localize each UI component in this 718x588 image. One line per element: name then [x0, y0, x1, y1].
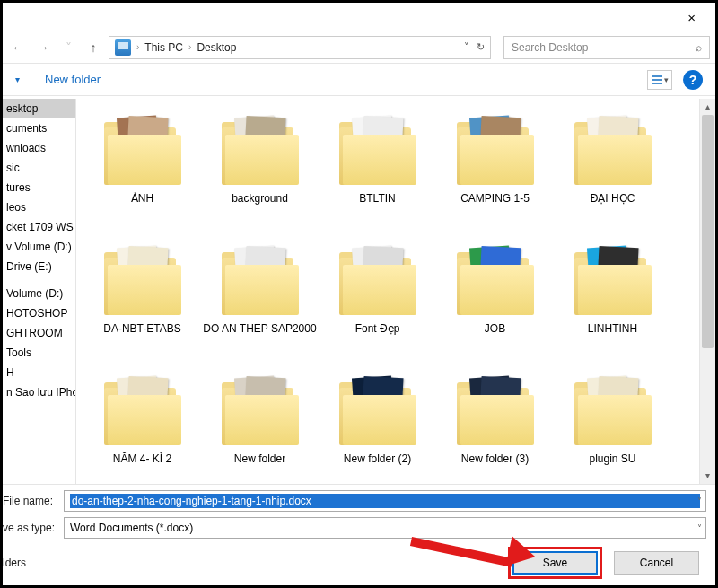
folder-label: New folder (3)	[461, 452, 529, 465]
sidebar-item[interactable]: tures	[3, 178, 75, 197]
scrollbar[interactable]: ▴ ▾	[699, 99, 715, 484]
sidebar: esktopcumentswnloadssicturesleoscket 170…	[3, 99, 76, 484]
save-dialog: × ← → ˅ ↑ › This PC › Desktop ˅ ↻ Search…	[0, 0, 718, 588]
scroll-down-icon[interactable]: ▾	[700, 468, 715, 484]
folder-item[interactable]: DA-NBT-ETABS	[83, 236, 201, 366]
filename-label: File name:	[3, 495, 64, 507]
sidebar-item[interactable]	[3, 276, 75, 284]
folder-label: DO AN THEP SAP2000	[203, 322, 316, 335]
view-options-button[interactable]: ▾	[647, 70, 672, 90]
close-icon[interactable]: ×	[675, 6, 708, 29]
folder-label: NĂM 4- KÌ 2	[113, 452, 171, 465]
navbar: ← → ˅ ↑ › This PC › Desktop ˅ ↻ Search D…	[3, 31, 715, 64]
sidebar-item[interactable]: Tools	[3, 343, 75, 363]
folder-label: JOB	[485, 322, 505, 335]
sidebar-item[interactable]: Drive (E:)	[3, 257, 75, 276]
folder-item[interactable]: NĂM 4- KÌ 2	[83, 366, 201, 484]
folder-label: CAMPING 1-5	[460, 192, 530, 205]
sidebar-item[interactable]: v Volume (D:)	[3, 237, 75, 257]
folder-icon	[457, 122, 534, 185]
folder-icon	[222, 122, 299, 185]
refresh-icon[interactable]: ↻	[477, 41, 485, 53]
back-icon[interactable]: ←	[8, 40, 28, 55]
folder-item[interactable]: New folder (2)	[319, 366, 436, 484]
folder-item[interactable]: New folder (3)	[436, 366, 554, 484]
folder-label: New folder	[234, 452, 285, 465]
scroll-thumb[interactable]	[702, 115, 714, 348]
folder-icon	[339, 122, 416, 185]
folder-icon	[104, 252, 181, 315]
up-icon[interactable]: ↑	[83, 40, 103, 55]
sidebar-item[interactable]: H	[3, 363, 75, 382]
chevron-right-icon: ›	[135, 42, 141, 52]
folder-icon	[457, 382, 534, 445]
breadcrumb-leaf[interactable]: Desktop	[197, 41, 236, 54]
folder-label: BTLTIN	[359, 192, 395, 205]
folder-item[interactable]: LINHTINH	[554, 236, 671, 366]
sidebar-item[interactable]: HOTOSHOP	[3, 303, 75, 323]
folder-label: background	[232, 192, 288, 205]
folder-icon	[104, 122, 181, 185]
sidebar-item[interactable]: n Sao lưu IPho	[3, 382, 75, 402]
search-input[interactable]: Search Desktop ⌕	[503, 36, 710, 59]
folder-item[interactable]: New folder	[201, 366, 319, 484]
folder-item[interactable]: background	[201, 106, 319, 236]
address-bar[interactable]: › This PC › Desktop ˅ ↻	[109, 36, 491, 59]
pc-icon	[115, 39, 131, 56]
titlebar: ×	[3, 3, 715, 31]
chevron-down-icon[interactable]: ˅	[697, 523, 702, 533]
chevron-right-icon: ›	[187, 42, 193, 52]
folder-item[interactable]: CAMPING 1-5	[436, 106, 554, 236]
folder-label: plugin SU	[589, 452, 635, 465]
search-placeholder: Search Desktop	[512, 41, 588, 54]
save-as-type-value: Word Documents (*.docx)	[70, 522, 193, 534]
sidebar-item[interactable]: leos	[3, 197, 75, 217]
folder-item[interactable]: ẢNH	[83, 106, 201, 236]
folder-label: DA-NBT-ETABS	[103, 322, 180, 335]
sidebar-item[interactable]: cuments	[3, 118, 75, 138]
toolbar: ▾ New folder ▾ ?	[3, 64, 715, 96]
sidebar-item[interactable]: GHTROOM	[3, 323, 75, 343]
folder-grid: ẢNHbackgroundBTLTINCAMPING 1-5ĐẠI HỌCDA-…	[76, 99, 715, 484]
sidebar-item[interactable]: Volume (D:)	[3, 284, 75, 303]
folder-icon	[457, 252, 534, 315]
folder-item[interactable]: ĐẠI HỌC	[554, 106, 671, 236]
save-as-type-select[interactable]: Word Documents (*.docx) ˅	[64, 517, 706, 539]
folder-label: ẢNH	[131, 192, 153, 205]
sidebar-item[interactable]: esktop	[3, 99, 75, 118]
folder-icon	[339, 382, 416, 445]
sidebar-item[interactable]: sic	[3, 158, 75, 178]
folder-item[interactable]: DO AN THEP SAP2000	[201, 236, 319, 366]
scroll-up-icon[interactable]: ▴	[700, 99, 715, 115]
folder-label: New folder (2)	[344, 452, 411, 465]
folder-icon	[339, 252, 416, 315]
organize-chevron-icon[interactable]: ▾	[15, 75, 20, 84]
folder-icon	[222, 252, 299, 315]
folder-icon	[574, 382, 652, 445]
folder-item[interactable]: Font Đẹp	[319, 236, 436, 366]
folder-item[interactable]: BTLTIN	[319, 106, 436, 236]
folder-label: LINHTINH	[588, 322, 637, 335]
address-dropdown-icon[interactable]: ˅	[464, 41, 469, 53]
cancel-button[interactable]: Cancel	[614, 551, 699, 575]
folder-icon	[222, 382, 299, 445]
folder-label: ĐẠI HỌC	[591, 192, 635, 205]
save-as-type-label: ve as type:	[3, 522, 64, 534]
search-icon: ⌕	[696, 41, 702, 54]
help-icon[interactable]: ?	[683, 70, 703, 90]
folder-item[interactable]: JOB	[436, 236, 554, 366]
sidebar-item[interactable]: cket 1709 WS	[3, 217, 75, 237]
folder-icon	[574, 252, 652, 315]
filename-input[interactable]: ˅	[64, 490, 706, 512]
hide-folders-toggle[interactable]: lders	[3, 557, 26, 569]
save-button[interactable]: Save	[512, 551, 598, 575]
recent-chevron-icon[interactable]: ˅	[58, 40, 78, 55]
forward-icon: →	[33, 40, 53, 55]
bottom-panel: File name: ˅ ve as type: Word Documents …	[3, 484, 715, 585]
folder-icon	[574, 122, 652, 185]
chevron-down-icon[interactable]: ˅	[697, 496, 702, 506]
breadcrumb-root[interactable]: This PC	[144, 41, 183, 54]
folder-item[interactable]: plugin SU	[554, 366, 671, 484]
sidebar-item[interactable]: wnloads	[3, 138, 75, 158]
new-folder-button[interactable]: New folder	[45, 73, 101, 86]
